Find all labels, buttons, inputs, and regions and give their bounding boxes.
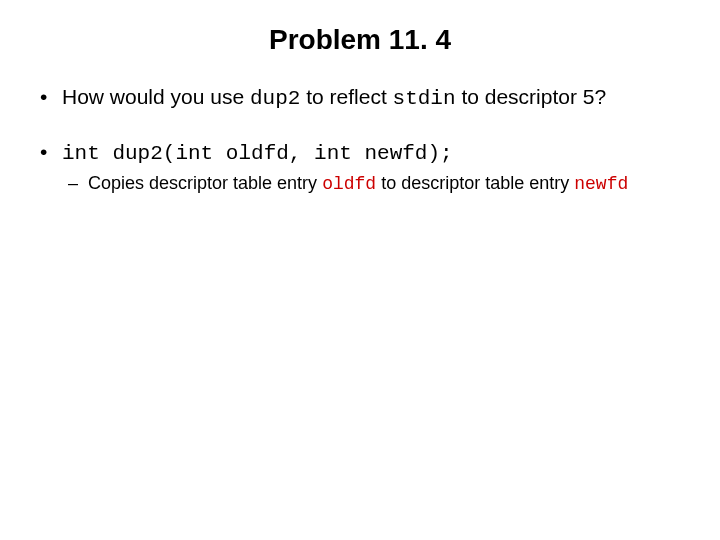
sub-bullet-1: Copies descriptor table entry oldfd to d… bbox=[62, 172, 688, 196]
bullet-2: int dup2(int oldfd, int newfd); Copies d… bbox=[32, 139, 688, 196]
bullet-list: How would you use dup2 to reflect stdin … bbox=[32, 84, 688, 196]
sub-bullet-list: Copies descriptor table entry oldfd to d… bbox=[62, 172, 688, 196]
b1-text-1: How would you use bbox=[62, 85, 250, 108]
slide: Problem 11. 4 How would you use dup2 to … bbox=[0, 0, 720, 540]
b2-code: int dup2(int oldfd, int newfd); bbox=[62, 142, 453, 165]
slide-title: Problem 11. 4 bbox=[32, 24, 688, 56]
sb1-code-1: oldfd bbox=[322, 174, 376, 194]
b1-code-2: stdin bbox=[393, 87, 456, 110]
b1-text-3: to descriptor 5? bbox=[456, 85, 607, 108]
sb1-text-1: Copies descriptor table entry bbox=[88, 173, 322, 193]
sb1-text-2: to descriptor table entry bbox=[376, 173, 574, 193]
b1-code-1: dup2 bbox=[250, 87, 300, 110]
sb1-code-2: newfd bbox=[574, 174, 628, 194]
b1-text-2: to reflect bbox=[300, 85, 392, 108]
bullet-1: How would you use dup2 to reflect stdin … bbox=[32, 84, 688, 113]
